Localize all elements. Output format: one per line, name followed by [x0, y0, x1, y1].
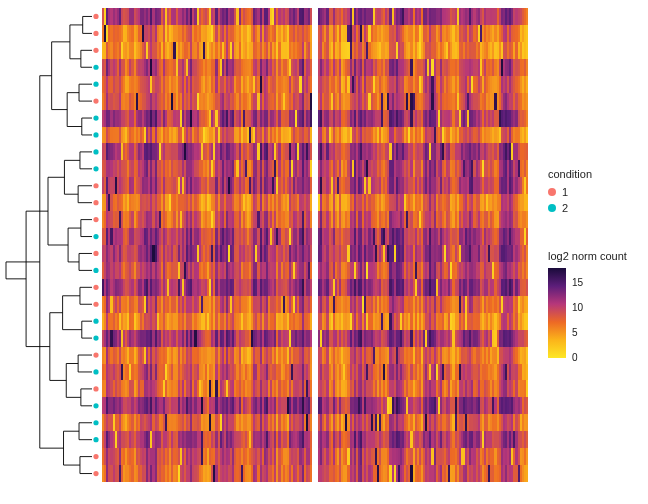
- svg-point-16: [93, 285, 98, 290]
- svg-point-3: [93, 65, 98, 70]
- svg-point-20: [93, 352, 98, 357]
- legend-colorscale: log2 norm count 151050: [548, 250, 627, 358]
- colorbar-tick: 5: [572, 328, 578, 338]
- svg-point-1: [93, 31, 98, 36]
- svg-point-4: [93, 82, 98, 87]
- svg-point-11: [93, 200, 98, 205]
- legend-label-2: 2: [562, 202, 568, 214]
- svg-point-13: [93, 234, 98, 239]
- legend-dot-1: [548, 188, 556, 196]
- row-condition-dots: [91, 8, 103, 482]
- colorbar: [548, 268, 566, 358]
- svg-point-6: [93, 115, 98, 120]
- svg-point-18: [93, 319, 98, 324]
- svg-point-12: [93, 217, 98, 222]
- svg-point-17: [93, 302, 98, 307]
- svg-point-10: [93, 183, 98, 188]
- colorbar-ticks: 151050: [572, 268, 592, 358]
- colorbar-tick: 15: [572, 278, 583, 288]
- svg-point-23: [93, 403, 98, 408]
- svg-point-25: [93, 437, 98, 442]
- svg-point-24: [93, 420, 98, 425]
- colorbar-tick: 0: [572, 353, 578, 363]
- svg-point-21: [93, 369, 98, 374]
- svg-point-8: [93, 149, 98, 154]
- svg-point-5: [93, 99, 98, 104]
- heatmap-figure: condition 1 2 log2 norm count 151050: [0, 0, 648, 504]
- heatmap-panel-right: [318, 8, 528, 482]
- svg-point-22: [93, 386, 98, 391]
- svg-point-9: [93, 166, 98, 171]
- svg-point-7: [93, 132, 98, 137]
- legend-dot-2: [548, 204, 556, 212]
- legend-condition-item-2: 2: [548, 202, 592, 214]
- colorbar-tick: 10: [572, 303, 583, 313]
- legend-colorscale-title: log2 norm count: [548, 250, 627, 262]
- svg-point-15: [93, 268, 98, 273]
- legend-condition: condition 1 2: [548, 168, 592, 218]
- svg-point-27: [93, 471, 98, 476]
- row-dendrogram: [4, 8, 94, 482]
- legend-condition-title: condition: [548, 168, 592, 180]
- svg-point-19: [93, 336, 98, 341]
- heatmap-panel-left: [102, 8, 312, 482]
- legend-condition-item-1: 1: [548, 186, 592, 198]
- legend-label-1: 1: [562, 186, 568, 198]
- svg-point-0: [93, 14, 98, 19]
- colorbar-wrap: 151050: [548, 268, 627, 358]
- svg-point-2: [93, 48, 98, 53]
- svg-point-14: [93, 251, 98, 256]
- svg-point-26: [93, 454, 98, 459]
